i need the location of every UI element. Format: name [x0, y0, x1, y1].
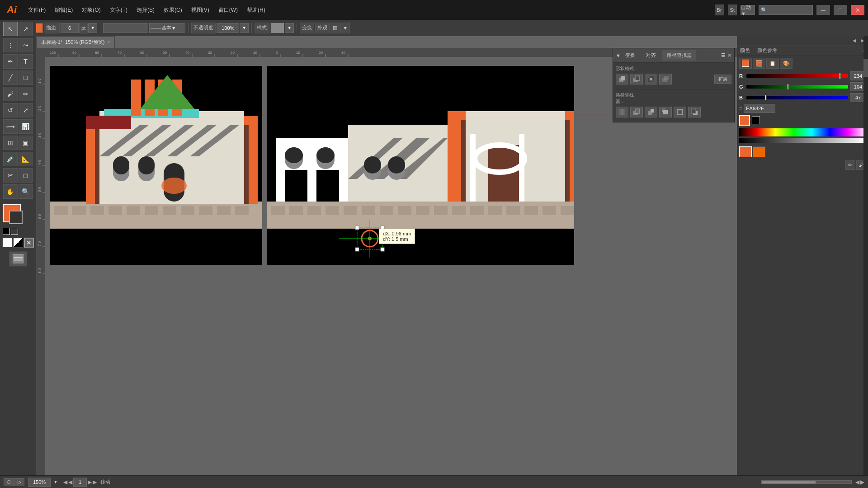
align-tab[interactable]: 对齐 [642, 50, 660, 61]
align-btn2[interactable]: ▦ [330, 23, 340, 33]
mesh-tool[interactable]: ⊞ [3, 136, 18, 150]
minimize-button[interactable]: ─ [816, 5, 830, 15]
transform-btn[interactable]: 变换 [300, 23, 314, 33]
stroke-color-swatch[interactable] [9, 211, 23, 224]
cp-icon1[interactable] [739, 58, 752, 69]
color-chip1[interactable] [739, 146, 752, 157]
r-slider-thumb[interactable] [839, 73, 841, 79]
rotate-tool[interactable]: ↺ [3, 103, 18, 117]
divide-btn[interactable] [616, 107, 628, 117]
right-scrollbar-thumb[interactable] [863, 59, 868, 77]
magic-wand-tool[interactable]: ⋮ [3, 38, 18, 52]
right-scrollbar[interactable] [863, 36, 868, 475]
color-panel-header[interactable]: 颜色 颜色参考 ≡ [737, 45, 868, 56]
slice-tool[interactable]: ✂ [3, 168, 18, 183]
transform-tab[interactable]: 变换 [621, 50, 640, 61]
bottom-nav-next[interactable]: ▶ [860, 479, 864, 485]
menu-edit[interactable]: 编辑(E) [50, 0, 77, 20]
menu-file[interactable]: 文件(F) [24, 0, 50, 20]
direct-select-tool[interactable]: ↗ [19, 22, 33, 36]
no-color[interactable] [11, 228, 18, 235]
stroke-width-input[interactable] [61, 23, 79, 33]
pen-tool[interactable]: ✒ [3, 54, 18, 69]
menu-select[interactable]: 选择(S) [132, 0, 159, 20]
br-button[interactable]: Br [715, 5, 724, 15]
gradient-mode-btn[interactable] [13, 238, 23, 248]
next-page-btn2[interactable]: ▶ [93, 479, 97, 485]
more-btn[interactable]: ▼ [340, 23, 350, 33]
zoom-input[interactable] [28, 478, 51, 487]
menu-object[interactable]: 对象(O) [77, 0, 105, 20]
panel-arrow-left[interactable]: ◀ [851, 37, 858, 44]
hex-input[interactable] [744, 104, 775, 113]
intersect-btn[interactable] [645, 74, 657, 84]
cp-icon4[interactable]: 🎨 [780, 58, 793, 69]
lasso-tool[interactable]: ⤳ [19, 38, 33, 52]
panel-menu-btn[interactable]: ☰ [721, 52, 726, 58]
eyedropper-tool[interactable]: 💉 [3, 152, 18, 166]
opacity-dropdown[interactable]: ▼ [240, 23, 249, 33]
stroke-unit-dropdown[interactable]: ▼ [88, 23, 97, 33]
menu-view[interactable]: 视图(V) [187, 0, 214, 20]
close-button[interactable]: ✕ [851, 5, 864, 15]
minus-back-btn[interactable] [688, 107, 701, 117]
secondary-color-preview[interactable] [752, 116, 760, 124]
gradient-tool[interactable]: ▣ [19, 136, 33, 150]
st-button[interactable]: St [728, 5, 737, 15]
status-icon2[interactable]: ▷ [14, 478, 24, 486]
trim-btn[interactable] [630, 107, 643, 117]
doc-tab[interactable]: 未标题-1* 150% (RGB/预览) × [36, 36, 115, 48]
expand-btn[interactable]: 扩展 [714, 75, 731, 84]
crop-btn[interactable] [659, 107, 672, 117]
page-input[interactable] [73, 478, 87, 487]
eraser-tool[interactable]: ◻ [19, 168, 33, 183]
unite-btn[interactable] [616, 74, 628, 84]
select-tool[interactable]: ↖ [3, 22, 18, 36]
default-fill[interactable] [3, 228, 10, 235]
zoom-tool[interactable]: 🔍 [19, 184, 33, 199]
panel-collapse-btn[interactable]: ▼ [616, 53, 621, 58]
menu-effect[interactable]: 效果(C) [159, 0, 187, 20]
line-tool[interactable]: ╱ [3, 70, 18, 85]
color-mode-btn[interactable] [2, 238, 12, 248]
exclude-btn[interactable] [659, 74, 672, 84]
next-page-btn[interactable]: ▶ [88, 479, 92, 485]
menu-text[interactable]: 文字(T) [105, 0, 132, 20]
pencil-tool[interactable]: ✏ [19, 87, 33, 101]
color-eyedropper[interactable]: ✏ [845, 160, 855, 170]
column-graph-tool[interactable]: 📊 [19, 119, 33, 134]
opacity-input[interactable] [217, 23, 239, 33]
status-icon[interactable]: ⬡ [4, 478, 14, 486]
type-tool[interactable]: T [19, 54, 33, 69]
bw-spectrum-bar[interactable] [739, 138, 866, 143]
scale-tool[interactable]: ⤢ [19, 103, 33, 117]
fill-option[interactable] [103, 23, 148, 33]
bottom-nav-prev[interactable]: ◀ [855, 479, 859, 485]
prev-page-btn2[interactable]: ◀ [68, 479, 72, 485]
search-bar[interactable]: 🔍 [759, 5, 813, 15]
spectrum-bar[interactable] [739, 128, 866, 136]
outline-btn[interactable] [674, 107, 686, 117]
minus-front-btn[interactable] [630, 74, 643, 84]
cp-icon2[interactable] [753, 58, 765, 69]
style-swatch[interactable] [271, 23, 284, 33]
b-slider-thumb[interactable] [765, 94, 767, 101]
tab-close-btn[interactable]: × [107, 40, 110, 45]
menu-window[interactable]: 窗口(W) [214, 0, 242, 20]
stroke-option[interactable]: ─── 基本 ▼ [149, 23, 185, 33]
rect-tool[interactable]: □ [19, 70, 33, 85]
pathfinder-tab[interactable]: 路径查找器 [662, 50, 696, 61]
menu-help[interactable]: 帮助(H) [242, 0, 270, 20]
blend-tool[interactable]: ⟿ [3, 119, 18, 134]
none-mode-btn[interactable]: ✕ [24, 238, 34, 248]
prev-page-btn[interactable]: ◀ [63, 479, 67, 485]
zoom-dropdown[interactable]: ▼ [52, 478, 60, 486]
panel-close-btn[interactable]: ✕ [727, 52, 731, 58]
maximize-button[interactable]: □ [834, 5, 847, 15]
merge-btn[interactable] [645, 107, 657, 117]
measure-tool[interactable]: 📐 [19, 152, 33, 166]
main-color-preview[interactable] [739, 115, 750, 126]
color-chip2[interactable] [753, 146, 765, 157]
layers-btn[interactable] [9, 251, 27, 267]
workspace-switcher[interactable]: 自动 ▼ [741, 5, 755, 15]
